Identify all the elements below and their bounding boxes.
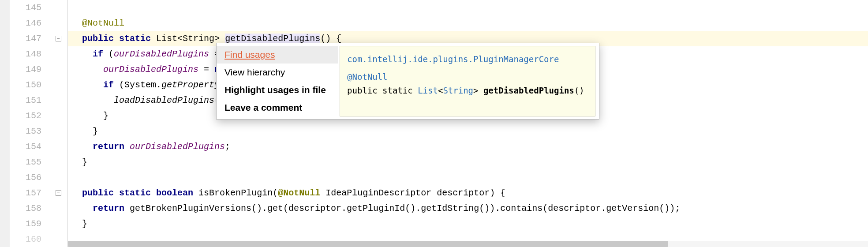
code-line[interactable]: @NotNull [68,15,868,31]
line-number[interactable]: 159 [10,216,45,232]
margin-strip [0,0,10,247]
code-line[interactable]: } [68,216,868,232]
menu-item-find-usages[interactable]: Find usages [217,46,338,64]
line-number[interactable]: 152 [10,108,45,124]
line-number[interactable]: 150 [10,77,45,93]
fold-toggle-icon[interactable]: − [56,190,61,196]
fold-gutter: − − [49,0,68,247]
fold-toggle-icon[interactable]: − [56,36,61,41]
line-number[interactable]: 157 [10,185,45,201]
code-line[interactable] [68,170,868,185]
line-number[interactable]: 153 [10,124,45,139]
doc-annotation: @NotNull [347,72,388,82]
quick-action-popup: Find usages View hierarchy Highlight usa… [216,43,599,120]
line-number[interactable]: 154 [10,139,45,154]
code-line[interactable]: } [68,154,868,170]
line-number[interactable]: 158 [10,201,45,216]
code-line[interactable]: } [68,124,868,139]
menu-item-view-hierarchy[interactable]: View hierarchy [217,64,338,81]
menu-item-leave-comment[interactable]: Leave a comment [217,99,338,116]
code-editor: 145 146 147 148 149 150 151 152 153 154 … [0,0,868,247]
code-line[interactable]: return ourDisabledPlugins; [68,139,868,154]
code-line[interactable]: public static boolean isBrokenPlugin(@No… [68,185,868,201]
line-number[interactable]: 145 [10,0,45,15]
line-number[interactable]: 151 [10,93,45,108]
quick-doc-panel: com.intellij.ide.plugins.PluginManagerCo… [340,46,595,116]
line-number[interactable]: 148 [10,46,45,62]
line-number[interactable]: 155 [10,154,45,170]
line-number[interactable]: 160 [10,232,45,247]
line-number[interactable]: 156 [10,170,45,185]
line-number[interactable]: 147 [10,31,45,46]
popup-menu: Find usages View hierarchy Highlight usa… [217,43,338,119]
menu-item-highlight-usages[interactable]: Highlight usages in file [217,81,338,99]
doc-signature: public static List<String> getDisabledPl… [347,84,588,97]
horizontal-scrollbar[interactable] [68,241,868,247]
code-area[interactable]: @NotNull public static List<String> getD… [68,0,868,247]
doc-fqcn[interactable]: com.intellij.ide.plugins.PluginManagerCo… [347,54,559,64]
line-number[interactable]: 149 [10,62,45,77]
line-number-gutter: 145 146 147 148 149 150 151 152 153 154 … [10,0,49,247]
scrollbar-thumb[interactable] [68,241,668,247]
code-line[interactable]: return getBrokenPluginVersions().get(des… [68,201,868,216]
line-number[interactable]: 146 [10,15,45,31]
identifier-highlight[interactable]: getDisabledPlugins [225,34,320,44]
code-line[interactable] [68,0,868,15]
